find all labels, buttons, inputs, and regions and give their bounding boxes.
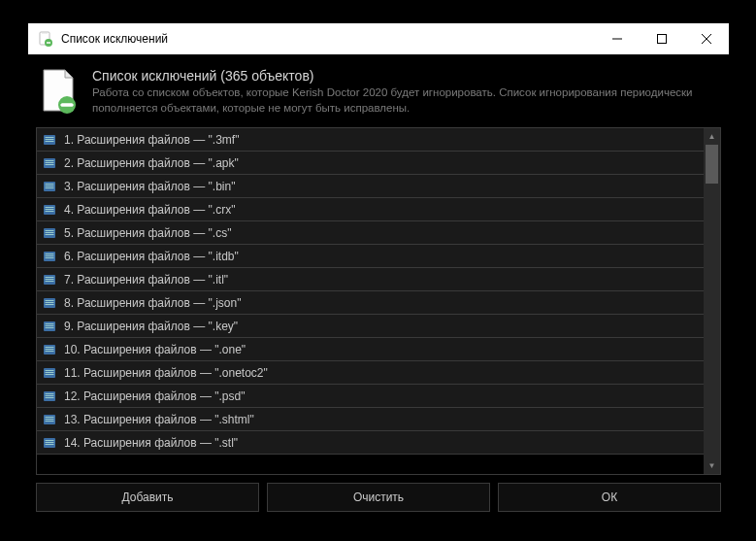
- list-item-icon: [43, 133, 56, 147]
- svg-rect-14: [46, 186, 54, 186]
- list-container: 1. Расширения файлов — ".3mf"2. Расширен…: [36, 127, 721, 475]
- client-area: Список исключений (365 объектов) Работа …: [28, 54, 729, 520]
- svg-rect-30: [46, 279, 54, 280]
- scroll-down-icon[interactable]: ▼: [704, 457, 720, 474]
- list-item[interactable]: 4. Расширения файлов — ".crx": [37, 198, 704, 221]
- list-item-label: 2. Расширения файлов — ".apk": [64, 156, 239, 170]
- header-text: Список исключений (365 объектов) Работа …: [92, 68, 717, 116]
- exclusion-list[interactable]: 1. Расширения файлов — ".3mf"2. Расширен…: [37, 128, 704, 474]
- list-item-label: 13. Расширения файлов — ".shtml": [64, 413, 254, 426]
- list-item-icon: [43, 389, 56, 403]
- svg-rect-10: [46, 162, 54, 163]
- svg-rect-18: [46, 209, 54, 210]
- scroll-up-icon[interactable]: ▲: [704, 128, 720, 145]
- list-item[interactable]: 6. Расширения файлов — ".itdb": [37, 245, 704, 268]
- list-item-icon: [43, 250, 56, 263]
- header: Список исключений (365 объектов) Работа …: [36, 62, 721, 127]
- list-item-icon: [43, 296, 56, 310]
- list-item[interactable]: 7. Расширения файлов — ".itl": [37, 268, 704, 291]
- svg-rect-11: [46, 164, 54, 165]
- svg-rect-9: [46, 160, 54, 161]
- svg-rect-27: [46, 257, 54, 258]
- exclusion-list-window: Список исключений Список исключений (365…: [28, 23, 729, 520]
- app-icon: [38, 31, 53, 47]
- svg-rect-55: [46, 421, 54, 422]
- svg-rect-54: [46, 419, 54, 420]
- list-item-icon: [43, 436, 56, 450]
- svg-rect-57: [46, 440, 54, 441]
- list-item-icon: [43, 180, 56, 193]
- svg-rect-39: [46, 327, 54, 328]
- list-item-icon: [43, 320, 56, 333]
- list-item[interactable]: 1. Расширения файлов — ".3mf": [37, 128, 704, 152]
- list-item-label: 6. Расширения файлов — ".itdb": [64, 250, 239, 263]
- list-item[interactable]: 11. Расширения файлов — ".onetoc2": [37, 361, 704, 385]
- list-item-label: 12. Расширения файлов — ".psd": [64, 389, 245, 403]
- list-item-label: 5. Расширения файлов — ".cs": [64, 226, 231, 240]
- list-item-icon: [43, 273, 56, 287]
- svg-rect-37: [46, 323, 54, 324]
- svg-rect-34: [46, 302, 54, 303]
- list-item-label: 8. Расширения файлов — ".json": [64, 296, 241, 310]
- list-item-icon: [43, 343, 56, 356]
- header-description: Работа со списком объектов, которые Keri…: [92, 85, 717, 116]
- svg-rect-47: [46, 374, 54, 375]
- svg-rect-5: [46, 137, 54, 138]
- svg-rect-42: [46, 349, 54, 350]
- list-item[interactable]: 5. Расширения файлов — ".cs": [37, 221, 704, 245]
- svg-rect-45: [46, 370, 54, 371]
- list-item[interactable]: 8. Расширения файлов — ".json": [37, 291, 704, 315]
- list-item[interactable]: 13. Расширения файлов — ".shtml": [37, 408, 704, 431]
- list-item[interactable]: 3. Расширения файлов — ".bin": [37, 175, 704, 198]
- svg-rect-49: [46, 393, 54, 394]
- list-item-label: 9. Расширения файлов — ".key": [64, 320, 238, 333]
- header-title: Список исключений (365 объектов): [92, 68, 717, 84]
- svg-rect-15: [46, 187, 54, 188]
- svg-rect-41: [46, 347, 54, 348]
- window-title: Список исключений: [61, 32, 595, 46]
- list-item-label: 1. Расширения файлов — ".3mf": [64, 133, 239, 147]
- svg-rect-51: [46, 397, 54, 398]
- list-item[interactable]: 2. Расширения файлов — ".apk": [37, 152, 704, 175]
- svg-rect-35: [46, 304, 54, 305]
- list-item[interactable]: 12. Расширения файлов — ".psd": [37, 385, 704, 408]
- list-item-icon: [43, 203, 56, 217]
- document-icon: [40, 68, 79, 115]
- svg-rect-38: [46, 325, 54, 326]
- ok-button[interactable]: ОК: [498, 483, 721, 512]
- list-item-icon: [43, 156, 56, 170]
- list-item-icon: [43, 413, 56, 426]
- button-bar: Добавить Очистить ОК: [36, 475, 721, 512]
- svg-rect-25: [46, 254, 54, 254]
- list-item-label: 10. Расширения файлов — ".one": [64, 343, 246, 356]
- add-button[interactable]: Добавить: [36, 483, 259, 512]
- list-item-icon: [43, 226, 56, 240]
- list-item[interactable]: 10. Расширения файлов — ".one": [37, 338, 704, 361]
- list-item[interactable]: 14. Расширения файлов — ".stl": [37, 431, 704, 455]
- list-item-label: 14. Расширения файлов — ".stl": [64, 436, 238, 450]
- svg-rect-22: [46, 232, 54, 233]
- svg-rect-53: [46, 417, 54, 418]
- svg-rect-19: [46, 211, 54, 212]
- svg-rect-50: [46, 395, 54, 396]
- svg-rect-13: [46, 184, 54, 185]
- svg-rect-43: [46, 351, 54, 352]
- scrollbar[interactable]: ▲ ▼: [704, 128, 720, 474]
- svg-rect-2: [658, 35, 667, 44]
- svg-rect-31: [46, 281, 54, 282]
- minimize-button[interactable]: [595, 23, 640, 54]
- list-item[interactable]: 9. Расширения файлов — ".key": [37, 315, 704, 338]
- svg-rect-29: [46, 277, 54, 278]
- svg-rect-21: [46, 230, 54, 231]
- svg-rect-7: [46, 141, 54, 142]
- svg-rect-17: [46, 207, 54, 208]
- list-item-label: 4. Расширения файлов — ".crx": [64, 203, 235, 217]
- clear-button[interactable]: Очистить: [267, 483, 490, 512]
- maximize-button[interactable]: [640, 23, 684, 54]
- list-item-label: 3. Расширения файлов — ".bin": [64, 180, 235, 193]
- close-button[interactable]: [684, 23, 729, 54]
- scroll-thumb[interactable]: [706, 145, 718, 184]
- svg-rect-59: [46, 444, 54, 445]
- list-item-label: 7. Расширения файлов — ".itl": [64, 273, 228, 287]
- list-item-icon: [43, 366, 56, 380]
